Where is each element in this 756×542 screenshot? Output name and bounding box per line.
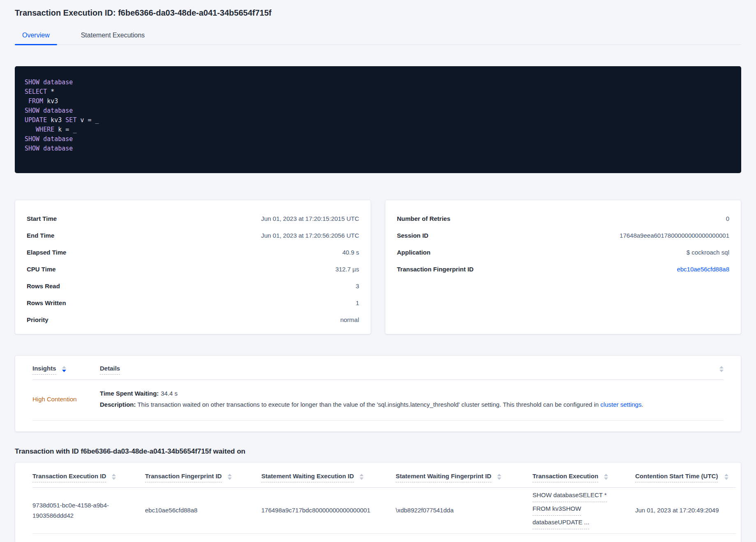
execution-stats-card: Start Time Jun 01, 2023 at 17:20:15:2015… (15, 200, 371, 334)
stat-label: Rows Read (27, 283, 60, 290)
cell-txn-execution-link[interactable]: SHOW databaseSELECT * FROM kv3SHOW datab… (532, 490, 635, 530)
stat-label: End Time (27, 232, 54, 239)
transaction-details-page: Transaction Execution ID: f6be6366-da03-… (0, 0, 756, 542)
stat-row-retries: Number of Retries 0 (397, 210, 729, 227)
column-header-stmt-waiting-fingerprint-id[interactable]: Statement Waiting Fingerprint ID (396, 473, 532, 482)
sql-statements-text: SHOW databaseSELECT * FROM kv3SHOW datab… (25, 78, 731, 153)
session-details-card: Number of Retries 0 Session ID 17648a9ee… (385, 200, 741, 334)
insight-row: High Contention Time Spent Waiting:34.4 … (32, 380, 724, 421)
stat-row-application: Application $ cockroach sql (397, 244, 729, 261)
stat-value: 312.7 µs (335, 266, 359, 273)
column-header-txn-execution-id[interactable]: Transaction Execution ID (32, 473, 145, 482)
stat-value: 3 (356, 283, 359, 290)
stat-label: Transaction Fingerprint ID (397, 266, 474, 273)
stat-row-rows-written: Rows Written 1 (27, 294, 359, 311)
sort-arrows-icon (62, 366, 66, 372)
stat-value: normal (340, 316, 359, 323)
stat-row-start-time: Start Time Jun 01, 2023 at 17:20:15:2015… (27, 210, 359, 227)
transaction-fingerprint-link[interactable]: ebc10ae56cfd88a8 (677, 266, 729, 273)
time-spent-waiting: Time Spent Waiting:34.4 s (100, 390, 724, 397)
sort-arrows-icon (724, 474, 728, 480)
stat-row-session-id: Session ID 17648a9eea6017800000000000000… (397, 227, 729, 244)
tab-overview[interactable]: Overview (15, 28, 57, 44)
details-column-label: Details (100, 365, 120, 375)
stat-label: Session ID (397, 232, 429, 239)
stat-value: Jun 01, 2023 at 17:20:56:2056 UTC (261, 232, 359, 239)
stat-label: Elapsed Time (27, 249, 66, 256)
column-header-contention-start-time[interactable]: Contention Start Time (UTC) (635, 473, 736, 482)
stat-row-cpu-time: CPU Time 312.7 µs (27, 261, 359, 278)
tab-overview-label: Overview (22, 32, 50, 39)
insight-details: Time Spent Waiting:34.4 s Description: T… (100, 390, 724, 408)
summary-cards-row: Start Time Jun 01, 2023 at 17:20:15:2015… (15, 200, 741, 334)
insights-column-header[interactable]: Insights (32, 365, 100, 375)
stat-label: Rows Written (27, 299, 66, 306)
sort-arrows-icon (497, 474, 501, 480)
stat-label: Priority (27, 316, 48, 323)
stat-value: 1 (356, 299, 359, 306)
cell-txn-fingerprint-id: ebc10ae56cfd88a8 (145, 505, 261, 516)
sql-statements-box: SHOW databaseSELECT * FROM kv3SHOW datab… (15, 66, 741, 173)
sort-arrows-icon (112, 474, 116, 480)
tab-bar: Overview Statement Executions (15, 28, 741, 45)
waited-on-table-row: 9738d051-bc0e-4158-a9b4-1903586ddd42 ebc… (32, 488, 736, 534)
stat-row-end-time: End Time Jun 01, 2023 at 17:20:56:2056 U… (27, 227, 359, 244)
stat-label: CPU Time (27, 266, 56, 273)
cell-stmt-waiting-execution-id: 176498a9c717bdc80000000000000001 (261, 505, 396, 516)
stat-value: 17648a9eea6017800000000000000001 (620, 232, 729, 239)
cluster-settings-link[interactable]: cluster settings (600, 401, 641, 408)
insights-card: Insights Details High Contention Time Sp… (15, 355, 741, 432)
insight-type-badge: High Contention (32, 396, 100, 403)
column-header-txn-fingerprint-id[interactable]: Transaction Fingerprint ID (145, 473, 261, 482)
tab-statement-executions-label: Statement Executions (81, 32, 145, 39)
column-header-stmt-waiting-execution-id[interactable]: Statement Waiting Execution ID (261, 473, 396, 482)
stat-label: Number of Retries (397, 215, 450, 222)
waited-on-table-card: Transaction Execution ID Transaction Fin… (15, 462, 741, 542)
cell-stmt-waiting-fingerprint-id: \xdb8922f077541dda (396, 505, 532, 516)
sort-arrows-icon (228, 474, 232, 480)
stat-label: Start Time (27, 215, 57, 222)
waited-on-table-header: Transaction Execution ID Transaction Fin… (32, 473, 736, 482)
sort-arrows-icon (360, 474, 364, 480)
column-header-txn-execution[interactable]: Transaction Execution (532, 473, 635, 482)
stat-value: Jun 01, 2023 at 17:20:15:2015 UTC (261, 215, 359, 222)
insight-description: Description: This transaction waited on … (100, 401, 724, 408)
page-title: Transaction Execution ID: f6be6366-da03-… (15, 8, 741, 18)
stat-label: Application (397, 249, 431, 256)
stat-row-elapsed-time: Elapsed Time 40.9 s (27, 244, 359, 261)
stat-value: 40.9 s (342, 249, 359, 256)
cell-txn-execution-id: 9738d051-bc0e-4158-a9b4-1903586ddd42 (32, 500, 145, 521)
insights-table-header: Insights Details (32, 365, 724, 375)
stat-row-priority: Priority normal (27, 311, 359, 328)
stat-value: 0 (726, 215, 729, 222)
waited-on-heading: Transaction with ID f6be6366-da03-48de-a… (15, 447, 741, 456)
stat-row-rows-read: Rows Read 3 (27, 278, 359, 294)
sort-arrows-icon (719, 366, 724, 372)
cell-contention-start-time: Jun 01, 2023 at 17:20:49:2049 (635, 505, 736, 516)
sort-arrows-icon (604, 474, 608, 480)
stat-row-txn-fingerprint-id: Transaction Fingerprint ID ebc10ae56cfd8… (397, 261, 729, 278)
tab-statement-executions[interactable]: Statement Executions (81, 28, 145, 44)
insights-column-label: Insights (32, 365, 56, 375)
details-column-header[interactable]: Details (100, 365, 724, 375)
stat-value: $ cockroach sql (687, 249, 729, 256)
